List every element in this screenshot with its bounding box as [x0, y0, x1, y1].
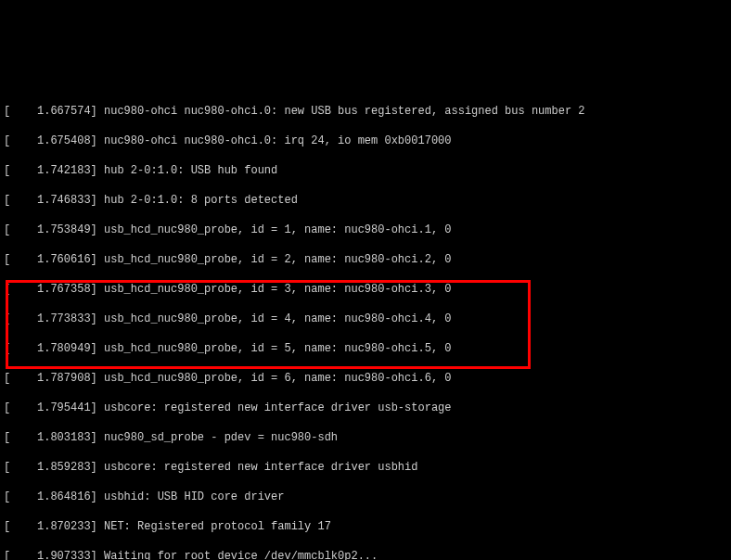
terminal[interactable]: [ 1.667574] nuc980-ohci nuc980-ohci.0: n…: [0, 74, 731, 560]
log-line: [ 1.803183] nuc980_sd_probe - pdev = nuc…: [4, 430, 727, 445]
log-line: [ 1.667574] nuc980-ohci nuc980-ohci.0: n…: [4, 104, 727, 119]
log-line: [ 1.753849] usb_hcd_nuc980_probe, id = 1…: [4, 223, 727, 237]
log-line: [ 1.746833] hub 2-0:1.0: 8 ports detecte…: [4, 193, 727, 208]
log-line: [ 1.773833] usb_hcd_nuc980_probe, id = 4…: [4, 312, 727, 326]
log-line: [ 1.780949] usb_hcd_nuc980_probe, id = 5…: [4, 341, 727, 356]
log-line: [ 1.787908] usb_hcd_nuc980_probe, id = 6…: [4, 371, 727, 386]
log-line: [ 1.859283] usbcore: registered new inte…: [4, 460, 727, 475]
log-line: [ 1.675408] nuc980-ohci nuc980-ohci.0: i…: [4, 134, 727, 148]
log-line: [ 1.767358] usb_hcd_nuc980_probe, id = 3…: [4, 282, 727, 297]
log-line: [ 1.742183] hub 2-0:1.0: USB hub found: [4, 163, 727, 178]
log-line: [ 1.870233] NET: Registered protocol fam…: [4, 519, 727, 534]
log-line: [ 1.864816] usbhid: USB HID core driver: [4, 490, 727, 504]
log-line: [ 1.795441] usbcore: registered new inte…: [4, 401, 727, 415]
log-line: [ 1.907333] Waiting for root device /dev…: [4, 549, 727, 560]
log-line: [ 1.760616] usb_hcd_nuc980_probe, id = 2…: [4, 252, 727, 267]
